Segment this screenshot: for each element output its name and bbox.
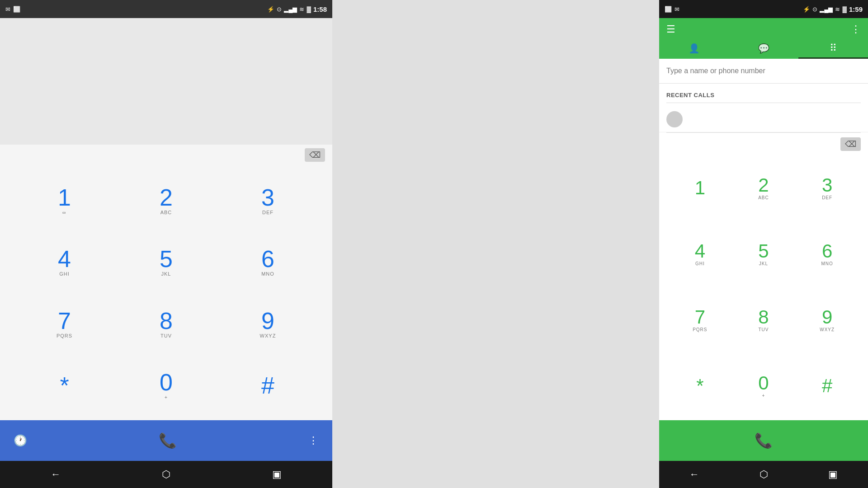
right-key-5[interactable]: 5 JKL	[743, 242, 784, 266]
backspace-button-right[interactable]: ⌫	[840, 137, 861, 151]
right-dialpad-row-1: 1 2 ABC 3 DEF	[668, 155, 859, 221]
email-icon: ✉	[5, 6, 10, 13]
recent-calls-divider	[666, 103, 861, 103]
nav-home-left[interactable]: ⬡	[162, 469, 170, 480]
hamburger-menu[interactable]: ☰	[666, 23, 675, 35]
contacts-icon: 👤	[689, 43, 700, 54]
search-input[interactable]	[666, 67, 861, 75]
left-phone: ✉ ⬜ ⚡ ⊙ ▂▄▆ ≋ ▓ 1:58 ⌫ 1 ∞ 2 ABC	[0, 0, 332, 488]
image-icon-right: ⬜	[665, 6, 672, 13]
wifi-icon: ≋	[299, 6, 304, 13]
nav-bar-right: ← ⬡ ▣	[659, 461, 868, 488]
key-2[interactable]: 2 ABC	[146, 186, 187, 215]
nav-back-left[interactable]: ←	[51, 469, 61, 480]
app-bar-top: ☰ ⋮	[659, 18, 868, 39]
nav-back-right[interactable]: ←	[689, 469, 699, 480]
right-key-3[interactable]: 3 DEF	[807, 176, 848, 200]
action-bar-left: 🕐 📞 ⋮	[0, 420, 332, 461]
bluetooth-icon: ⚡	[267, 6, 274, 13]
right-key-9[interactable]: 9 WXYZ	[807, 308, 848, 332]
recent-calls-section: RECENT CALLS	[659, 84, 868, 107]
right-key-2[interactable]: 2 ABC	[743, 176, 784, 200]
dialpad-right: 1 2 ABC 3 DEF 4 GHI 5 JKL 6 MNO	[659, 154, 868, 420]
key-9[interactable]: 9 WXYZ	[248, 309, 288, 338]
dialpad-row-4: * 0 + #	[14, 355, 319, 416]
call-icon-right: 📞	[755, 432, 773, 449]
right-key-8[interactable]: 8 TUV	[743, 308, 784, 332]
call-button-right[interactable]: 📞	[750, 427, 777, 454]
gap	[332, 0, 659, 488]
signal-icon: ▂▄▆	[284, 6, 297, 13]
battery-icon-right: ▓	[842, 6, 846, 13]
history-icon[interactable]: 🕐	[14, 434, 27, 447]
nav-recent-left[interactable]: ▣	[272, 469, 282, 480]
key-6[interactable]: 6 MNO	[248, 247, 288, 277]
alarm-icon: ⊙	[277, 6, 282, 13]
status-left-icons-right: ⬜ ✉	[665, 6, 679, 13]
recent-calls-label: RECENT CALLS	[666, 92, 714, 99]
app-tabs: 👤 💬 ⠿	[659, 39, 868, 59]
right-key-7[interactable]: 7 PQRS	[679, 308, 720, 332]
key-8[interactable]: 8 TUV	[146, 309, 187, 338]
dialpad-icon: ⠿	[830, 42, 837, 54]
delete-row: ⌫	[0, 145, 332, 165]
nav-home-right[interactable]: ⬡	[760, 469, 768, 480]
status-right-icons: ⚡ ⊙ ▂▄▆ ≋ ▓ 1:58	[267, 5, 327, 13]
tab-messages[interactable]: 💬	[729, 39, 798, 59]
key-5[interactable]: 5 JKL	[146, 247, 187, 277]
status-time-right: 1:59	[849, 5, 863, 13]
email-icon-right: ✉	[675, 6, 679, 13]
status-bar-left: ✉ ⬜ ⚡ ⊙ ▂▄▆ ≋ ▓ 1:58	[0, 0, 332, 18]
right-key-6[interactable]: 6 MNO	[807, 242, 848, 266]
right-phone: ⬜ ✉ ⚡ ⊙ ▂▄▆ ≋ ▓ 1:59 ☰ ⋮ 👤 💬 ⠿	[659, 0, 868, 488]
search-bar	[659, 59, 868, 84]
alarm-icon-right: ⊙	[812, 6, 817, 13]
recent-call-item[interactable]	[659, 107, 868, 132]
status-left-icons: ✉ ⬜	[5, 6, 20, 13]
right-key-0[interactable]: 0 +	[743, 374, 784, 398]
right-key-hash[interactable]: #	[807, 376, 848, 395]
display-area	[0, 18, 332, 145]
image-icon: ⬜	[13, 6, 20, 13]
key-1[interactable]: 1 ∞	[44, 186, 85, 215]
battery-icon: ▓	[307, 6, 311, 13]
key-4[interactable]: 4 GHI	[44, 247, 85, 277]
call-button-left[interactable]: 📞	[154, 427, 181, 454]
right-key-star[interactable]: *	[679, 376, 720, 395]
right-key-1[interactable]: 1	[679, 178, 720, 197]
status-bar-right: ⬜ ✉ ⚡ ⊙ ▂▄▆ ≋ ▓ 1:59	[659, 0, 868, 18]
nav-recent-right[interactable]: ▣	[828, 469, 838, 480]
dialpad-row-2: 4 GHI 5 JKL 6 MNO	[14, 232, 319, 293]
key-3[interactable]: 3 DEF	[248, 186, 288, 215]
key-star[interactable]: *	[44, 374, 85, 397]
status-right-icons-right: ⚡ ⊙ ▂▄▆ ≋ ▓ 1:59	[803, 5, 863, 13]
signal-icon-right: ▂▄▆	[820, 6, 833, 13]
nav-bar-left: ← ⬡ ▣	[0, 461, 332, 488]
tab-contacts[interactable]: 👤	[659, 39, 729, 59]
action-bar-right: 📞	[659, 420, 868, 461]
call-icon-left: 📞	[159, 432, 177, 449]
key-0[interactable]: 0 +	[146, 371, 187, 400]
backspace-button[interactable]: ⌫	[305, 148, 325, 162]
more-options-right[interactable]: ⋮	[851, 23, 861, 35]
key-7[interactable]: 7 PQRS	[44, 309, 85, 338]
messages-icon: 💬	[758, 43, 769, 54]
dialpad-left: 1 ∞ 2 ABC 3 DEF 4 GHI 5 JKL 6 MN	[0, 165, 332, 420]
avatar	[666, 111, 683, 127]
key-hash[interactable]: #	[248, 374, 288, 397]
bluetooth-icon-right: ⚡	[803, 6, 810, 13]
dialpad-row-1: 1 ∞ 2 ABC 3 DEF	[14, 170, 319, 231]
delete-row-right: ⌫	[659, 133, 868, 154]
status-time-left: 1:58	[313, 5, 327, 13]
dialpad-row-3: 7 PQRS 8 TUV 9 WXYZ	[14, 293, 319, 354]
app-bar: ☰ ⋮ 👤 💬 ⠿	[659, 18, 868, 59]
wifi-icon-right: ≋	[835, 6, 840, 13]
right-key-4[interactable]: 4 GHI	[679, 242, 720, 266]
right-dialpad-row-4: * 0 + #	[668, 353, 859, 418]
right-dialpad-row-3: 7 PQRS 8 TUV 9 WXYZ	[668, 287, 859, 352]
more-options-left[interactable]: ⋮	[308, 435, 319, 446]
tab-dialpad[interactable]: ⠿	[798, 39, 868, 59]
right-dialpad-row-2: 4 GHI 5 JKL 6 MNO	[668, 221, 859, 286]
